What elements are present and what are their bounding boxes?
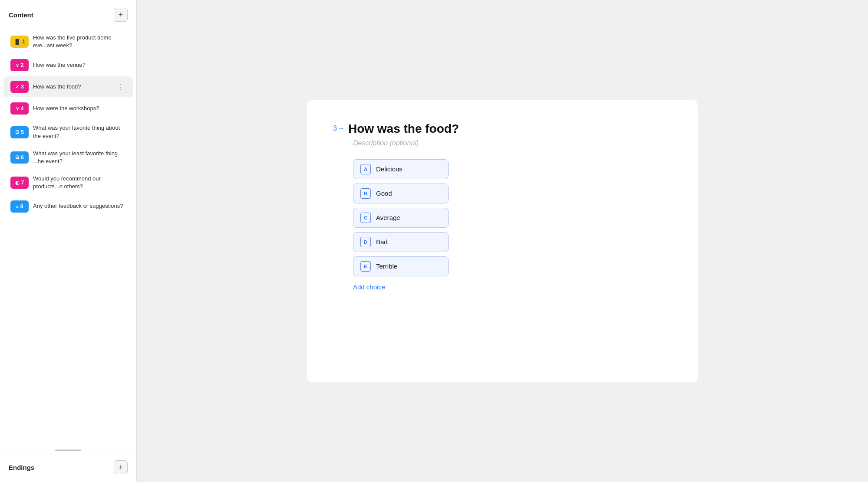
item-text-1: How was the live product demo eve...ast …	[33, 34, 126, 49]
choices-container: ADeliciousBGoodCAverageDBadETerrible	[353, 159, 672, 276]
scroll-hint	[0, 446, 136, 455]
item-more-3[interactable]: ⋮	[116, 82, 126, 92]
question-number: 3	[333, 125, 337, 132]
toggle-icon: ◐	[15, 180, 20, 186]
question-number-badge: 3 →	[333, 125, 345, 132]
sidebar-item-1[interactable]: ▐▌1How was the live product demo eve...a…	[3, 30, 133, 54]
sidebar-item-7[interactable]: ◐7Would you recommend our products...o o…	[3, 171, 133, 195]
item-text-2: How was the venue?	[33, 61, 126, 69]
item-badge-5: ⊟5	[10, 126, 29, 138]
main-content: 3 → How was the food? Description (optio…	[137, 0, 868, 482]
choice-item-a[interactable]: ADelicious	[353, 159, 449, 179]
sidebar-item-8[interactable]: ≡8Any other feedback or suggestions?	[3, 196, 133, 217]
add-choice-link[interactable]: Add choice	[353, 283, 385, 291]
item-number-7: 7	[21, 180, 24, 186]
scroll-hint-bar	[55, 449, 81, 451]
endings-section: Endings +	[0, 455, 136, 482]
item-badge-1: ▐▌1	[10, 36, 29, 48]
item-number-8: 8	[20, 203, 23, 210]
choice-item-d[interactable]: DBad	[353, 232, 449, 252]
add-endings-button[interactable]: +	[114, 460, 128, 474]
add-content-button[interactable]: +	[114, 8, 128, 22]
item-badge-3: ✓3	[10, 81, 29, 93]
item-number-3: 3	[21, 84, 24, 90]
item-text-4: How were the workshops?	[33, 105, 126, 112]
chevron-down-icon: ∨	[16, 106, 19, 111]
slider-icon: ⊟	[15, 129, 19, 135]
item-number-6: 6	[21, 154, 24, 161]
choice-text-c: Average	[376, 214, 400, 221]
bar-chart-icon: ▐▌	[14, 39, 21, 44]
choice-letter-b: B	[360, 188, 371, 199]
question-card: 3 → How was the food? Description (optio…	[307, 100, 698, 382]
item-number-5: 5	[21, 129, 24, 135]
item-badge-6: ⊟6	[10, 151, 29, 164]
item-text-7: Would you recommend our products...o oth…	[33, 175, 126, 190]
content-title: Content	[9, 11, 33, 19]
endings-title: Endings	[9, 464, 34, 471]
item-badge-2: ∨2	[10, 59, 29, 71]
sidebar-item-4[interactable]: ∨4How were the workshops?	[3, 98, 133, 119]
choice-text-a: Delicious	[376, 165, 403, 173]
sidebar-item-5[interactable]: ⊟5What was your favorite thing about the…	[3, 120, 133, 144]
sidebar-item-3[interactable]: ✓3How was the food?⋮	[3, 76, 133, 97]
item-text-6: What was your least favorite thing ...he…	[33, 150, 126, 165]
sidebar-item-6[interactable]: ⊟6What was your least favorite thing ...…	[3, 145, 133, 170]
item-text-5: What was your favorite thing about the e…	[33, 124, 126, 140]
choice-letter-e: E	[360, 261, 371, 272]
question-description: Description (optional)	[353, 139, 672, 147]
chevron-down-icon: ∨	[16, 62, 19, 68]
choice-item-e[interactable]: ETerrible	[353, 256, 449, 276]
choice-letter-c: C	[360, 213, 371, 223]
content-section-header: Content +	[0, 0, 136, 27]
sidebar-item-2[interactable]: ∨2How was the venue?	[3, 55, 133, 75]
item-text-3: How was the food?	[33, 83, 111, 91]
item-number-4: 4	[21, 105, 24, 111]
choice-item-b[interactable]: BGood	[353, 184, 449, 203]
list-icon: ≡	[16, 204, 18, 209]
choice-letter-d: D	[360, 237, 371, 247]
question-header: 3 → How was the food?	[333, 122, 672, 136]
slider-icon: ⊟	[15, 154, 19, 160]
check-icon: ✓	[15, 84, 19, 90]
question-arrow-icon: →	[338, 125, 345, 132]
choice-item-c[interactable]: CAverage	[353, 208, 449, 228]
sidebar: Content + ▐▌1How was the live product de…	[0, 0, 137, 482]
item-number-2: 2	[21, 62, 24, 68]
choice-text-d: Bad	[376, 238, 388, 246]
item-badge-8: ≡8	[10, 200, 29, 213]
item-badge-4: ∨4	[10, 102, 29, 115]
item-badge-7: ◐7	[10, 177, 29, 189]
choice-text-b: Good	[376, 190, 392, 197]
choice-text-e: Terrible	[376, 262, 397, 270]
question-title: How was the food?	[348, 122, 459, 136]
choice-letter-a: A	[360, 164, 371, 174]
item-text-8: Any other feedback or suggestions?	[33, 202, 126, 210]
sidebar-items-list: ▐▌1How was the live product demo eve...a…	[0, 27, 136, 446]
item-number-1: 1	[22, 39, 25, 45]
